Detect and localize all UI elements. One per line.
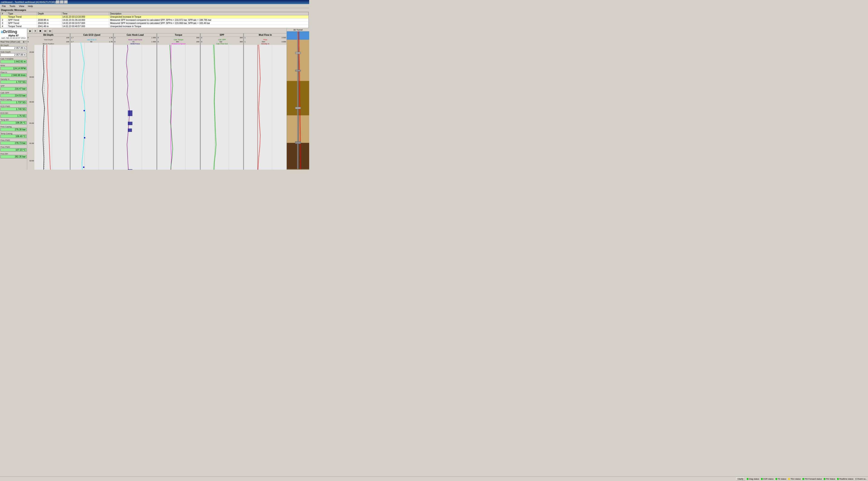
spp-svg bbox=[201, 45, 243, 170]
time-0200: 02:00 bbox=[29, 160, 34, 162]
divider-3 bbox=[157, 33, 157, 170]
menu-tools[interactable]: Tools bbox=[9, 4, 16, 8]
mud-flow-chart-body[interactable] bbox=[244, 45, 286, 170]
param-label-14: Pres PWD bbox=[0, 139, 27, 141]
close-button[interactable]: ✕ bbox=[64, 0, 68, 4]
cell-type: Torque Trend bbox=[7, 15, 37, 19]
stop-button[interactable]: ⏹ bbox=[38, 29, 42, 33]
calc-ecd-panel: Calc ECD @pvd 1.7 1.76 calc ECD In 1.750… bbox=[71, 33, 113, 170]
menu-view[interactable]: View bbox=[18, 4, 25, 8]
param-row: Calc TVD@bit 1 642.81 m bbox=[0, 57, 27, 64]
param-value-8: 1.737 SG bbox=[0, 101, 27, 104]
hook-load-svg bbox=[114, 45, 156, 170]
param-row: Pres BH 282.35 bar bbox=[0, 152, 27, 159]
logo: aDrilling bbox=[1, 29, 26, 34]
rewind-button[interactable]: ⏮ bbox=[43, 29, 48, 33]
mud-flow-svg bbox=[244, 45, 286, 170]
param-row: Pres PWD 278.73 bar bbox=[0, 139, 27, 146]
bit-depth-chart-body[interactable]: 23:30 00:00 00:30 01:00 01:30 02:00 bbox=[27, 45, 70, 170]
param-row: Density In 1.737 SG bbox=[0, 77, 27, 85]
tunnel-svg bbox=[287, 31, 309, 169]
torque-panel: Torque 0 200 Calc Torque 0Min200 Rotatio… bbox=[157, 33, 200, 170]
hook-load-chart-body[interactable] bbox=[114, 45, 156, 170]
svg-rect-15 bbox=[128, 169, 132, 170]
param-label-11: Temp BH bbox=[0, 119, 27, 121]
hook-load-panel: Calc Hook Load 0 1 000 Hook Load Force 0… bbox=[114, 33, 156, 170]
right-panel: 3D Tunnel bbox=[286, 29, 309, 170]
svg-rect-36 bbox=[296, 52, 301, 54]
cell-desc: Unexpected increase in Torque bbox=[109, 15, 309, 19]
param-label-9: ECD PWD bbox=[0, 105, 27, 107]
panel-controls[interactable]: ⊞ × bbox=[23, 41, 27, 43]
time-0000: 00:00 bbox=[29, 76, 34, 78]
cell-time: 14.02.23 22:42:55.000 bbox=[61, 28, 109, 28]
rotational-speed-label: Rotational Speed bbox=[157, 43, 200, 45]
title-bar: catWeasel - TestWell wellHead [A24945(TU… bbox=[0, 0, 309, 4]
left-panel: aDrilling Alpha 97 sam. feb 23 02:22:07 … bbox=[0, 29, 27, 170]
logo-drilling: Drilling bbox=[3, 29, 17, 34]
mud-flow-range2: 1Den3 000 bbox=[244, 41, 286, 43]
divider-2 bbox=[113, 33, 114, 170]
cell-desc: Measured SPP increased compared to calcu… bbox=[109, 19, 309, 22]
param-row: Hole Depth 2 057.89 m bbox=[0, 51, 27, 57]
param-label-8: ECD Casing bbox=[0, 98, 27, 101]
cell-num bbox=[1, 15, 7, 19]
torque-chart-body[interactable] bbox=[157, 45, 200, 170]
pause-button[interactable]: ⏸ bbox=[33, 29, 38, 33]
svg-rect-22 bbox=[201, 45, 243, 170]
tunnel-header: 3D Tunnel bbox=[287, 29, 309, 31]
flow-out-label: Calc Flow Out bbox=[201, 43, 243, 45]
param-value-12: 276.30 bar bbox=[0, 128, 27, 131]
charts-area: Bit Depth 0 100 Void Depth 0 100 Block P… bbox=[27, 33, 286, 170]
param-row: RPM 124.14 RPM bbox=[0, 64, 27, 71]
param-label-4: Flow In bbox=[0, 71, 27, 73]
spp-title: SPP bbox=[201, 33, 243, 37]
spp-chart-body[interactable] bbox=[201, 45, 243, 170]
menu-help[interactable]: Help bbox=[27, 4, 34, 8]
cell-desc: Measured SPP increased compared to calcu… bbox=[109, 22, 309, 25]
param-value-5: 1.737 SG bbox=[0, 80, 27, 84]
param-row: Bit Depth 2 057.89 m bbox=[0, 44, 27, 51]
calc-ecd-label: calc ECD In bbox=[71, 39, 113, 41]
forward-button[interactable]: ⏭ bbox=[48, 29, 53, 33]
param-label-13: Temp Casing bbox=[0, 132, 27, 135]
param-value-2: 1 642.81 m bbox=[0, 60, 27, 63]
param-value-4: 2 848.98 l/min bbox=[0, 73, 27, 77]
menu-file[interactable]: File bbox=[1, 4, 7, 8]
param-label-7: Calc SPP bbox=[0, 92, 27, 94]
param-label-2: Calc TVD@bit bbox=[0, 58, 27, 60]
param-row: Pres PWD 107.23 °C bbox=[0, 146, 27, 152]
param-label-16: Pres BH bbox=[0, 153, 27, 155]
time-0030: 00:30 bbox=[29, 101, 34, 103]
table-row[interactable]: 5 SPP Trend 2047.19 m 14.02.23 22:42:55.… bbox=[1, 28, 309, 28]
cell-time: 14.02.23 00:10:57.000 bbox=[61, 22, 109, 25]
cell-time: 14.02.23 03:13:18.000 bbox=[61, 15, 109, 19]
minimize-button[interactable]: – bbox=[56, 0, 60, 4]
svg-rect-2 bbox=[71, 43, 113, 170]
maximize-button[interactable]: □ bbox=[60, 0, 64, 4]
param-row: ECD PWD 1.740 SG bbox=[0, 105, 27, 111]
spp-label: Calc SPP bbox=[201, 39, 243, 41]
table-row[interactable]: 3 SPP Trend 2043.09 m 14.02.23 00:10:57.… bbox=[1, 22, 309, 25]
time-2330: 23:30 bbox=[29, 51, 34, 53]
param-label-5: Density In bbox=[0, 78, 27, 80]
table-row[interactable]: 4 Torque Trend 2041.48 m 14.02.23 00:40:… bbox=[1, 25, 309, 28]
param-value-14: 278.73 bar bbox=[0, 141, 27, 145]
title-bar-controls: – □ ✕ bbox=[56, 0, 68, 4]
cell-depth: 2038.88 m bbox=[37, 19, 62, 22]
param-row: Temp Casing 106.49 °C bbox=[0, 132, 27, 139]
params-area[interactable]: Bit Depth 2 057.89 m Hole Depth 2 057.89… bbox=[0, 44, 27, 169]
torque-title: Torque bbox=[157, 33, 200, 37]
cell-depth: 2047.19 m bbox=[37, 28, 62, 28]
table-row[interactable]: 2 SPP Trend 2038.88 m 14.02.23 01:35:18.… bbox=[1, 19, 309, 22]
param-value-10: 1.75 SG bbox=[0, 114, 27, 118]
svg-rect-30 bbox=[287, 40, 309, 81]
table-row[interactable]: Torque Trend 14.02.23 03:13:18.000 Unexp… bbox=[1, 15, 309, 19]
param-value-1: 2 057.89 m bbox=[0, 53, 27, 57]
mud-flow-label: Flow bbox=[244, 39, 286, 41]
col-num: # bbox=[1, 12, 7, 15]
param-row: SPP 216.47 bar bbox=[0, 85, 27, 91]
calc-ecd-chart-body[interactable] bbox=[71, 43, 113, 170]
block-position-label: Block Position bbox=[27, 43, 70, 45]
play-button[interactable]: ▶ bbox=[28, 29, 33, 33]
